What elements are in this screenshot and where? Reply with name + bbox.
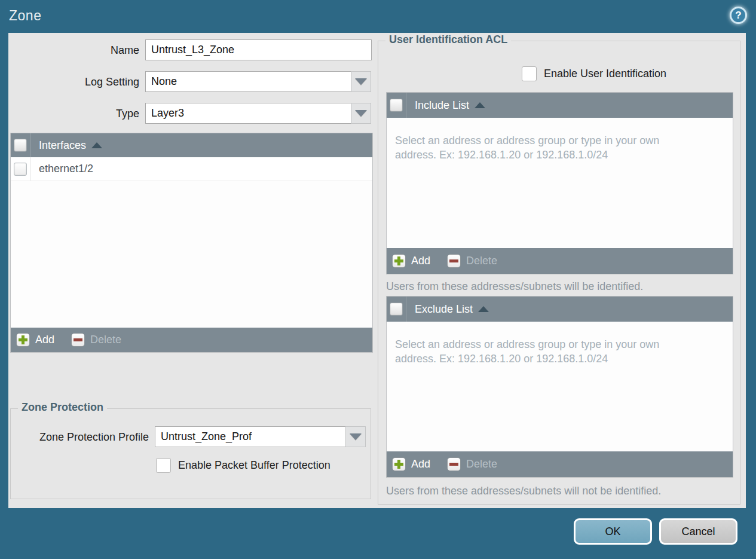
chevron-down-icon (355, 78, 367, 85)
dialog-title: Zone (9, 0, 41, 33)
include-list-placeholder: Select an address or address group or ty… (387, 118, 697, 162)
table-row[interactable]: ethernet1/2 (11, 157, 372, 181)
exclude-add-button[interactable]: Add (392, 457, 430, 471)
sort-asc-icon (478, 306, 489, 312)
name-input[interactable] (145, 39, 372, 60)
log-setting-dropdown-button[interactable] (351, 71, 371, 92)
enable-user-identification-checkbox[interactable] (522, 66, 537, 81)
sort-asc-icon (475, 102, 485, 108)
include-add-button[interactable]: Add (392, 254, 430, 268)
enable-user-identification-label: Enable User Identification (544, 66, 666, 81)
exclude-list-placeholder: Select an address or address group or ty… (387, 322, 697, 366)
zone-protection-legend: Zone Protection (18, 401, 107, 414)
delete-button[interactable]: Delete (71, 333, 121, 347)
zone-protection-profile-label: Zone Protection Profile (11, 427, 149, 447)
user-identification-legend: User Identification ACL (385, 33, 511, 46)
exclude-select-all-checkbox[interactable] (390, 303, 403, 316)
name-label: Name (8, 40, 139, 60)
sort-asc-icon (91, 142, 102, 148)
exclude-add-label: Add (411, 458, 430, 471)
exclude-delete-button[interactable]: Delete (447, 457, 497, 471)
add-button-label: Add (35, 334, 54, 346)
type-dropdown-button[interactable] (351, 103, 371, 124)
add-icon (392, 254, 406, 268)
packet-buffer-label: Enable Packet Buffer Protection (178, 458, 330, 473)
log-setting-label: Log Setting (8, 72, 139, 92)
dialog-titlebar: Zone ? (0, 0, 756, 33)
exclude-list-toolbar: Add Delete (387, 451, 733, 477)
interfaces-header-checkbox-cell (11, 133, 30, 157)
include-list-table: Include List Select an address or addres… (386, 92, 733, 274)
exclude-list-header-label: Exclude List (415, 303, 473, 316)
include-delete-label: Delete (466, 255, 497, 267)
exclude-list-header[interactable]: Exclude List (387, 297, 733, 322)
include-list-body[interactable]: Select an address or address group or ty… (387, 118, 733, 248)
chevron-down-icon (350, 433, 362, 440)
row-checkbox[interactable] (14, 163, 27, 176)
zone-protection-section: Zone Protection Zone Protection Profile … (10, 408, 371, 499)
include-list-toolbar: Add Delete (387, 248, 733, 274)
delete-button-label: Delete (90, 334, 121, 346)
interface-name: ethernet1/2 (39, 163, 93, 175)
zone-protection-profile-input[interactable] (155, 426, 346, 447)
interfaces-header-label: Interfaces (39, 139, 86, 152)
delete-icon (71, 333, 85, 347)
type-input[interactable] (145, 103, 351, 124)
include-list-header[interactable]: Include List (387, 93, 733, 118)
log-setting-input[interactable] (145, 71, 351, 92)
cancel-button[interactable]: Cancel (659, 518, 737, 545)
add-button[interactable]: Add (16, 333, 54, 347)
include-add-label: Add (411, 255, 430, 267)
interfaces-table-header[interactable]: Interfaces (11, 133, 372, 157)
include-select-all-checkbox[interactable] (390, 99, 403, 112)
exclude-list-body[interactable]: Select an address or address group or ty… (387, 322, 733, 451)
add-icon (16, 333, 30, 347)
zone-protection-profile-dropdown-button[interactable] (345, 426, 366, 447)
delete-icon (447, 457, 461, 471)
dialog-body: Name Log Setting Type Interfaces (8, 33, 746, 508)
include-list-note: Users from these addresses/subnets will … (386, 280, 643, 293)
include-delete-button[interactable]: Delete (447, 254, 497, 268)
user-identification-section: User Identification ACL Enable User Iden… (378, 41, 740, 505)
help-icon[interactable]: ? (730, 7, 747, 24)
exclude-delete-label: Delete (466, 458, 497, 471)
add-icon (392, 457, 406, 471)
exclude-list-note: Users from these addresses/subnets will … (386, 485, 661, 497)
delete-icon (447, 254, 461, 268)
zone-dialog: Zone ? Name Log Setting Type Interfaces (0, 0, 756, 559)
exclude-list-table: Exclude List Select an address or addres… (386, 296, 733, 478)
chevron-down-icon (355, 110, 367, 117)
type-label: Type (8, 103, 139, 124)
interfaces-toolbar: Add Delete (11, 328, 372, 352)
ok-button[interactable]: OK (574, 518, 652, 545)
interfaces-table-body: ethernet1/2 (11, 157, 372, 328)
interfaces-table: Interfaces ethernet1/2 Add (10, 133, 373, 353)
include-list-header-label: Include List (415, 99, 469, 112)
interfaces-select-all-checkbox[interactable] (14, 139, 27, 152)
packet-buffer-checkbox[interactable] (156, 458, 171, 473)
